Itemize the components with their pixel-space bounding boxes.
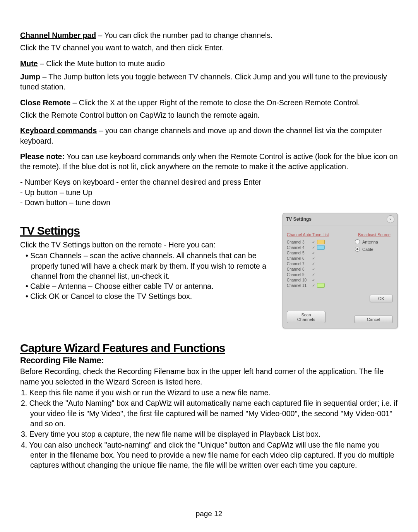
ok-button[interactable]: OK (370, 295, 393, 302)
capture-wizard-section: Capture Wizard Features and Functions Re… (20, 342, 398, 470)
tv-settings-dialog: TV Settings × Channel Auto Tune List Cha… (283, 213, 398, 328)
recording-list: 1. Keep this file name if you wish or ru… (20, 388, 398, 470)
tv-dialog-footer: Scan Channels OK Cancel (287, 295, 393, 323)
channel-row[interactable]: Channel 5✓ (287, 250, 350, 256)
checkmark-icon: ✓ (311, 262, 316, 266)
channel-row[interactable]: Channel 6✓ (287, 256, 350, 261)
source-cable-label: Cable (362, 247, 373, 252)
key-item-numbers: - Number Keys on keyboard - enter the ch… (20, 177, 398, 187)
capture-wizard-heading: Capture Wizard Features and Functions (20, 342, 398, 355)
channel-pad-text2: Click the TV channel you want to watch, … (20, 43, 398, 53)
channel-name: Channel 3 (287, 240, 311, 244)
recording-intro: Before Recording, check the Recording Fi… (20, 366, 398, 387)
channel-name: Channel 9 (287, 273, 311, 277)
channel-pad-text1: – You can click the number pad to change… (96, 31, 272, 39)
tv-settings-section: TV Settings Click the TV Settings button… (20, 215, 398, 328)
scan-channels-button[interactable]: Scan Channels (287, 311, 325, 323)
tv-intro: Click the TV Settings button on the remo… (20, 240, 276, 250)
tv-bullet-scan: • Scan Channels – scan the active channe… (20, 251, 276, 281)
page-number: page 12 (0, 510, 418, 518)
source-antenna-option[interactable]: Antenna (355, 239, 394, 244)
tv-dialog-body: Channel Auto Tune List Channel 3✓Channel… (283, 225, 397, 293)
channel-name: Channel 11 (287, 283, 311, 288)
radio-checked-icon (355, 247, 360, 252)
keyboard-key-list: - Number Keys on keyboard - enter the ch… (20, 177, 398, 208)
checkmark-icon: ✓ (311, 240, 316, 244)
close-remote-text1: – Click the X at the upper Right of the … (70, 98, 360, 107)
section-mute: Mute – Click the Mute button to mute aud… (20, 58, 398, 69)
channel-name: Channel 6 (287, 256, 311, 261)
channel-name: Channel 8 (287, 267, 311, 271)
broadcast-source-header: Broadcast Source (355, 232, 394, 237)
close-remote-text2: Click the Remote Control button on CapWi… (20, 110, 398, 120)
mute-text: – Click the Mute button to mute audio (38, 59, 165, 68)
tv-dialog-source-column: Broadcast Source Antenna Cable (355, 232, 394, 288)
close-icon[interactable]: × (387, 215, 394, 223)
channel-row[interactable]: Channel 7✓ (287, 261, 350, 266)
please-note-text: You can use keyboard commands only when … (20, 152, 398, 171)
checkmark-icon: ✓ (311, 278, 316, 282)
channel-row[interactable]: Channel 9✓ (287, 272, 350, 277)
section-channel-pad: Channel Number pad – You can click the n… (20, 30, 398, 53)
tv-dialog-channel-column: Channel Auto Tune List Channel 3✓Channel… (287, 232, 350, 288)
cancel-button[interactable]: Cancel (354, 316, 393, 323)
channel-name: Channel 10 (287, 278, 311, 282)
checkmark-icon: ✓ (311, 251, 316, 255)
channel-pad-label: Channel Number pad (20, 31, 96, 39)
radio-icon (355, 239, 360, 244)
source-antenna-label: Antenna (362, 240, 378, 244)
key-item-down: - Down button – tune down (20, 197, 398, 208)
section-keyboard: Keyboard commands – you can change chann… (20, 125, 398, 146)
checkmark-icon: ✓ (311, 267, 316, 271)
recording-item-1: 1. Keep this file name if you wish or ru… (20, 388, 398, 398)
channel-row[interactable]: Channel 8✓ (287, 266, 350, 272)
checkmark-icon: ✓ (311, 273, 316, 277)
channel-badge-icon (317, 240, 325, 244)
recording-item-3: 3. Every time you stop a capture, the ne… (20, 429, 398, 439)
channel-row[interactable]: Channel 10✓ (287, 277, 350, 283)
close-remote-label: Close Remote (20, 98, 70, 107)
key-item-up: - Up button – tune Up (20, 187, 398, 197)
jump-label: Jump (20, 72, 40, 81)
channel-name: Channel 7 (287, 262, 311, 266)
channel-row[interactable]: Channel 11✓ (287, 283, 350, 288)
section-close-remote: Close Remote – Click the X at the upper … (20, 98, 398, 120)
tv-dialog-title: TV Settings (286, 216, 312, 222)
please-note: Please note: You can use keyboard comman… (20, 151, 398, 172)
tv-settings-text: TV Settings Click the TV Settings button… (20, 215, 276, 301)
section-jump: Jump – The Jump button lets you toggle b… (20, 72, 398, 92)
keyboard-label: Keyboard commands (20, 126, 97, 135)
recording-item-2: 2. Check the "Auto Naming" box and CapWi… (20, 398, 398, 429)
recording-filename-heading: Recording File Name: (20, 355, 398, 366)
channel-row[interactable]: Channel 3✓ (287, 239, 350, 245)
tv-settings-heading: TV Settings (20, 223, 276, 239)
checkmark-icon: ✓ (311, 283, 316, 288)
jump-text: – The Jump button lets you toggle betwee… (20, 72, 387, 91)
mute-label: Mute (20, 59, 38, 68)
source-cable-option[interactable]: Cable (355, 247, 394, 252)
channel-row[interactable]: Channel 4✓ (287, 245, 350, 250)
tv-bullet-cable: • Cable – Antenna – Choose either cable … (20, 281, 276, 291)
recording-item-4: 4. You can also uncheck "auto-naming" an… (20, 440, 398, 470)
tv-bullet-ok: • Click OK or Cancel to close the TV Set… (20, 291, 276, 301)
checkmark-icon: ✓ (311, 256, 316, 261)
checkmark-icon: ✓ (311, 245, 316, 250)
channel-list: Channel 3✓Channel 4✓Channel 5✓Channel 6✓… (287, 239, 350, 288)
document-page: Channel Number pad – You can click the n… (0, 0, 418, 532)
tv-dialog-titlebar: TV Settings × (283, 213, 397, 225)
channel-name: Channel 5 (287, 251, 311, 255)
channel-name: Channel 4 (287, 245, 311, 250)
channel-list-header: Channel Auto Tune List (287, 232, 350, 237)
channel-badge-icon (317, 283, 325, 288)
channel-badge-icon (317, 245, 325, 250)
please-note-label: Please note: (20, 152, 65, 161)
